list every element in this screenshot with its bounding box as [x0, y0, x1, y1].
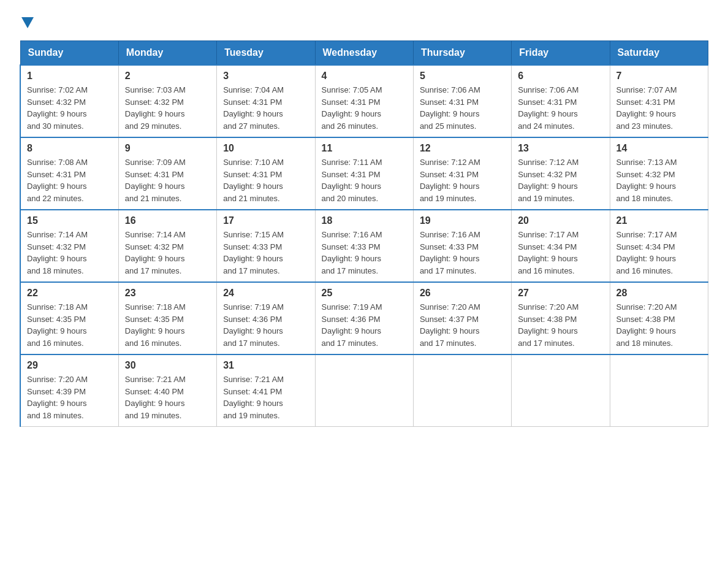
header-tuesday: Tuesday [217, 41, 315, 66]
day-info: Sunrise: 7:21 AM Sunset: 4:40 PM Dayligh… [125, 373, 210, 421]
day-info: Sunrise: 7:02 AM Sunset: 4:32 PM Dayligh… [27, 84, 112, 132]
day-number: 20 [518, 215, 603, 226]
day-info: Sunrise: 7:15 AM Sunset: 4:33 PM Dayligh… [223, 229, 308, 277]
day-number: 29 [27, 360, 112, 371]
day-number: 28 [616, 288, 702, 299]
day-info: Sunrise: 7:06 AM Sunset: 4:31 PM Dayligh… [518, 84, 603, 132]
calendar-cell: 16 Sunrise: 7:14 AM Sunset: 4:32 PM Dayl… [118, 210, 216, 282]
day-info: Sunrise: 7:16 AM Sunset: 4:33 PM Dayligh… [322, 229, 407, 277]
week-row-4: 22 Sunrise: 7:18 AM Sunset: 4:35 PM Dayl… [20, 282, 708, 354]
calendar-cell: 2 Sunrise: 7:03 AM Sunset: 4:32 PM Dayli… [118, 65, 216, 137]
day-number: 10 [223, 143, 308, 154]
day-number: 23 [125, 288, 210, 299]
day-number: 3 [223, 71, 308, 82]
day-number: 7 [616, 71, 702, 82]
day-number: 18 [322, 215, 407, 226]
day-number: 12 [420, 143, 505, 154]
header-sunday: Sunday [20, 41, 118, 66]
calendar-cell: 9 Sunrise: 7:09 AM Sunset: 4:31 PM Dayli… [118, 137, 216, 210]
day-info: Sunrise: 7:19 AM Sunset: 4:36 PM Dayligh… [223, 301, 308, 349]
day-info: Sunrise: 7:20 AM Sunset: 4:38 PM Dayligh… [518, 301, 603, 349]
day-number: 5 [420, 71, 505, 82]
calendar-table: SundayMondayTuesdayWednesdayThursdayFrid… [20, 40, 708, 427]
calendar-cell: 6 Sunrise: 7:06 AM Sunset: 4:31 PM Dayli… [512, 65, 610, 137]
day-info: Sunrise: 7:21 AM Sunset: 4:41 PM Dayligh… [223, 373, 308, 421]
calendar-cell [610, 354, 708, 427]
calendar-cell: 26 Sunrise: 7:20 AM Sunset: 4:37 PM Dayl… [413, 282, 511, 354]
day-info: Sunrise: 7:13 AM Sunset: 4:32 PM Dayligh… [616, 156, 702, 204]
day-info: Sunrise: 7:12 AM Sunset: 4:32 PM Dayligh… [518, 156, 603, 204]
calendar-cell: 23 Sunrise: 7:18 AM Sunset: 4:35 PM Dayl… [118, 282, 216, 354]
calendar-cell [413, 354, 511, 427]
week-row-5: 29 Sunrise: 7:20 AM Sunset: 4:39 PM Dayl… [20, 354, 708, 427]
calendar-cell: 14 Sunrise: 7:13 AM Sunset: 4:32 PM Dayl… [610, 137, 708, 210]
calendar-cell: 29 Sunrise: 7:20 AM Sunset: 4:39 PM Dayl… [20, 354, 118, 427]
day-number: 16 [125, 215, 210, 226]
day-info: Sunrise: 7:17 AM Sunset: 4:34 PM Dayligh… [518, 229, 603, 277]
day-number: 9 [125, 143, 210, 154]
day-info: Sunrise: 7:09 AM Sunset: 4:31 PM Dayligh… [125, 156, 210, 204]
calendar-header: SundayMondayTuesdayWednesdayThursdayFrid… [20, 41, 708, 66]
day-info: Sunrise: 7:20 AM Sunset: 4:38 PM Dayligh… [616, 301, 702, 349]
day-number: 17 [223, 215, 308, 226]
day-info: Sunrise: 7:06 AM Sunset: 4:31 PM Dayligh… [420, 84, 505, 132]
calendar-cell: 24 Sunrise: 7:19 AM Sunset: 4:36 PM Dayl… [217, 282, 315, 354]
calendar-cell: 18 Sunrise: 7:16 AM Sunset: 4:33 PM Dayl… [315, 210, 413, 282]
day-info: Sunrise: 7:04 AM Sunset: 4:31 PM Dayligh… [223, 84, 308, 132]
day-info: Sunrise: 7:12 AM Sunset: 4:31 PM Dayligh… [420, 156, 505, 204]
day-number: 22 [27, 288, 112, 299]
calendar-cell: 20 Sunrise: 7:17 AM Sunset: 4:34 PM Dayl… [512, 210, 610, 282]
calendar-body: 1 Sunrise: 7:02 AM Sunset: 4:32 PM Dayli… [20, 65, 708, 427]
calendar-cell: 3 Sunrise: 7:04 AM Sunset: 4:31 PM Dayli… [217, 65, 315, 137]
day-info: Sunrise: 7:17 AM Sunset: 4:34 PM Dayligh… [616, 229, 702, 277]
calendar-cell: 15 Sunrise: 7:14 AM Sunset: 4:32 PM Dayl… [20, 210, 118, 282]
calendar-cell: 21 Sunrise: 7:17 AM Sunset: 4:34 PM Dayl… [610, 210, 708, 282]
calendar-cell: 11 Sunrise: 7:11 AM Sunset: 4:31 PM Dayl… [315, 137, 413, 210]
calendar-cell: 12 Sunrise: 7:12 AM Sunset: 4:31 PM Dayl… [413, 137, 511, 210]
day-info: Sunrise: 7:20 AM Sunset: 4:39 PM Dayligh… [27, 373, 112, 421]
calendar-cell: 28 Sunrise: 7:20 AM Sunset: 4:38 PM Dayl… [610, 282, 708, 354]
header-thursday: Thursday [413, 41, 511, 66]
header-friday: Friday [512, 41, 610, 66]
header-wednesday: Wednesday [315, 41, 413, 66]
day-number: 15 [27, 215, 112, 226]
calendar-cell [512, 354, 610, 427]
calendar-cell [315, 354, 413, 427]
day-info: Sunrise: 7:19 AM Sunset: 4:36 PM Dayligh… [322, 301, 407, 349]
calendar-cell: 17 Sunrise: 7:15 AM Sunset: 4:33 PM Dayl… [217, 210, 315, 282]
day-number: 14 [616, 143, 702, 154]
calendar-cell: 19 Sunrise: 7:16 AM Sunset: 4:33 PM Dayl… [413, 210, 511, 282]
day-number: 1 [27, 71, 112, 82]
day-number: 21 [616, 215, 702, 226]
day-info: Sunrise: 7:18 AM Sunset: 4:35 PM Dayligh… [125, 301, 210, 349]
calendar-cell: 22 Sunrise: 7:18 AM Sunset: 4:35 PM Dayl… [20, 282, 118, 354]
day-number: 31 [223, 360, 308, 371]
day-info: Sunrise: 7:07 AM Sunset: 4:31 PM Dayligh… [616, 84, 702, 132]
calendar-cell: 13 Sunrise: 7:12 AM Sunset: 4:32 PM Dayl… [512, 137, 610, 210]
header-monday: Monday [118, 41, 216, 66]
day-number: 13 [518, 143, 603, 154]
day-number: 26 [420, 288, 505, 299]
week-row-3: 15 Sunrise: 7:14 AM Sunset: 4:32 PM Dayl… [20, 210, 708, 282]
calendar-cell: 31 Sunrise: 7:21 AM Sunset: 4:41 PM Dayl… [217, 354, 315, 427]
day-number: 24 [223, 288, 308, 299]
day-info: Sunrise: 7:16 AM Sunset: 4:33 PM Dayligh… [420, 229, 505, 277]
header-saturday: Saturday [610, 41, 708, 66]
calendar-cell: 5 Sunrise: 7:06 AM Sunset: 4:31 PM Dayli… [413, 65, 511, 137]
week-row-1: 1 Sunrise: 7:02 AM Sunset: 4:32 PM Dayli… [20, 65, 708, 137]
calendar-cell: 10 Sunrise: 7:10 AM Sunset: 4:31 PM Dayl… [217, 137, 315, 210]
calendar-cell: 1 Sunrise: 7:02 AM Sunset: 4:32 PM Dayli… [20, 65, 118, 137]
week-row-2: 8 Sunrise: 7:08 AM Sunset: 4:31 PM Dayli… [20, 137, 708, 210]
day-number: 27 [518, 288, 603, 299]
page-header [20, 15, 708, 28]
calendar-cell: 27 Sunrise: 7:20 AM Sunset: 4:38 PM Dayl… [512, 282, 610, 354]
day-number: 11 [322, 143, 407, 154]
calendar-cell: 4 Sunrise: 7:05 AM Sunset: 4:31 PM Dayli… [315, 65, 413, 137]
day-number: 4 [322, 71, 407, 82]
day-info: Sunrise: 7:18 AM Sunset: 4:35 PM Dayligh… [27, 301, 112, 349]
day-info: Sunrise: 7:05 AM Sunset: 4:31 PM Dayligh… [322, 84, 407, 132]
day-info: Sunrise: 7:03 AM Sunset: 4:32 PM Dayligh… [125, 84, 210, 132]
day-info: Sunrise: 7:20 AM Sunset: 4:37 PM Dayligh… [420, 301, 505, 349]
day-info: Sunrise: 7:08 AM Sunset: 4:31 PM Dayligh… [27, 156, 112, 204]
calendar-cell: 30 Sunrise: 7:21 AM Sunset: 4:40 PM Dayl… [118, 354, 216, 427]
